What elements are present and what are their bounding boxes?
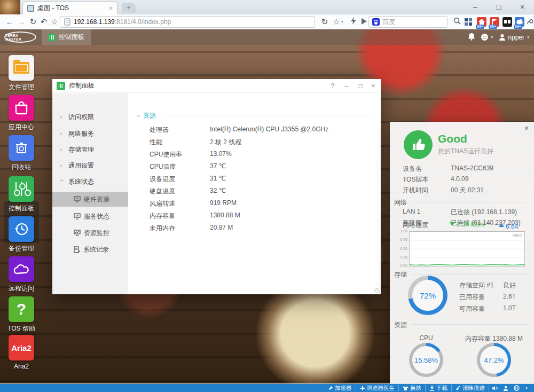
- new-tab-button[interactable]: +: [122, 3, 136, 13]
- y-tick: 0.75: [393, 238, 407, 241]
- window-minimize-button[interactable]: –: [464, 0, 487, 14]
- cp-minimize-button[interactable]: –: [340, 79, 353, 93]
- sync-icon[interactable]: ↻: [319, 16, 330, 28]
- desktop-icon-aria2[interactable]: Aria2 Aria2: [0, 335, 43, 370]
- plus-cross-icon: [360, 386, 365, 391]
- hw-row-disk-temp: 硬盘温度32 ℃: [150, 187, 373, 195]
- chevron-down-icon: ›: [136, 115, 142, 117]
- system-status-panel: × Good 您的TNAS运行良好 设备名TNAS-2CC639 TOS版本4.…: [390, 122, 534, 383]
- taskbar-more-caret-icon[interactable]: ▼: [522, 387, 531, 390]
- y-tick: 0.00: [393, 264, 407, 268]
- desktop-icon-recycle-bin[interactable]: 回收站: [0, 135, 43, 172]
- wrench-menu-icon[interactable]: [525, 16, 533, 28]
- storage-section-title: 存储: [394, 270, 407, 279]
- desktop-icon-remote-access[interactable]: 远程访问: [0, 256, 43, 293]
- taskbar-mute-button[interactable]: [489, 386, 500, 391]
- task-tab-label: 控制面板: [59, 33, 84, 42]
- task-tab-control-panel[interactable]: 控制面板: [42, 29, 91, 45]
- search-placeholder: 百度: [382, 18, 395, 27]
- hw-row-cpu-temp: CPU温度37 ℃: [150, 162, 373, 171]
- network-speed-chart: MB/s: [409, 231, 525, 266]
- back-icon[interactable]: ←: [4, 16, 15, 28]
- taskbar-accelerator[interactable]: 加速器: [324, 385, 356, 391]
- desktop-icon-tos-help[interactable]: ? TOS 帮助: [0, 296, 43, 333]
- hw-row-fan-speed: 风扇转速919 RPM: [150, 199, 373, 208]
- sidebar-item-general-settings[interactable]: › 通用设置: [52, 159, 128, 173]
- system-log-icon: [74, 246, 80, 253]
- forward-icon[interactable]: →: [16, 16, 27, 28]
- section-divider: [161, 115, 373, 115]
- sidebar-subitem-service-status[interactable]: 服务状态: [52, 209, 128, 224]
- sidebar-item-access-rights[interactable]: › 访问权限: [52, 110, 128, 124]
- refresh-icon[interactable]: ↻: [28, 16, 38, 28]
- taskbar-clear-traces[interactable]: 清除痕迹: [452, 385, 489, 391]
- status-description: 您的TNAS运行良好: [438, 147, 493, 156]
- desktop-icon-app-center[interactable]: 应用中心: [0, 95, 43, 132]
- section-header-resources[interactable]: › 资源: [138, 111, 156, 120]
- memory-percent: 47.2%: [477, 343, 511, 377]
- bookmark-caret-icon[interactable]: ▼: [340, 16, 345, 28]
- taskbar-browser-doctor[interactable]: 浏览器医生: [356, 385, 399, 391]
- sidebar-item-system-status[interactable]: › 系统状态: [52, 175, 128, 189]
- aria2-icon: Aria2: [9, 335, 34, 360]
- user-menu[interactable]: ripper ▼: [499, 34, 530, 41]
- network-speed-row: 网络速度 2.36 KB/s 6.64 KB/s: [403, 221, 529, 229]
- desktop-icon-file-manager[interactable]: 文件管理: [0, 55, 43, 92]
- browser-tab[interactable]: 桌面 - TOS ×: [22, 1, 117, 14]
- extension-cloud-icon[interactable]: 99+: [515, 17, 524, 27]
- extension-badge: 99+: [489, 25, 497, 29]
- chevron-right-icon: ›: [60, 162, 64, 169]
- caret-down-icon: ▼: [490, 36, 493, 39]
- sidebar-subitem-resource-monitor[interactable]: 资源监控: [52, 225, 128, 240]
- resource-section-divider: [412, 324, 528, 325]
- y-tick: 0.25: [393, 255, 407, 259]
- notifications-bell-icon[interactable]: [468, 33, 475, 42]
- storage-row-used: 已用容量2.6T: [459, 293, 530, 301]
- control-panel-titlebar[interactable]: 控制面板 ? – □ ×: [52, 79, 381, 93]
- taskbar-skin[interactable]: 换肤: [399, 385, 426, 391]
- taskbar-boss-key-button[interactable]: [500, 386, 511, 391]
- memory-gauge: 47.2%: [477, 343, 511, 377]
- favorites-star-icon[interactable]: ☆: [49, 16, 60, 28]
- terramaster-logo[interactable]: TERRA MASTER: [4, 32, 36, 43]
- desktop-icon-control-panel[interactable]: 控制面板: [0, 176, 43, 213]
- chevron-down-icon: ›: [58, 179, 66, 184]
- status-smiley-icon[interactable]: ▼: [481, 33, 493, 41]
- tos-desktop: TERRA MASTER 控制面板 ▼ ripper ▼ 文件管理: [0, 29, 534, 383]
- cp-help-button[interactable]: ?: [326, 79, 339, 93]
- window-close-button[interactable]: ×: [511, 0, 534, 14]
- undo-icon[interactable]: ↶: [38, 16, 49, 28]
- tab-close-icon[interactable]: ×: [108, 4, 113, 12]
- browser-skin-thumbnail[interactable]: [0, 0, 20, 14]
- y-tick: 1.00: [393, 229, 407, 233]
- apps-grid-icon[interactable]: [464, 17, 473, 27]
- help-question-icon: ?: [9, 296, 34, 322]
- sidebar-item-storage-management[interactable]: › 存储管理: [52, 143, 128, 156]
- address-bar[interactable]: 192.168.1.139:8181/4.0/index.php: [60, 16, 315, 28]
- search-icon[interactable]: [452, 16, 462, 28]
- sidebar-subitem-hardware-resources[interactable]: 硬件资源: [52, 192, 128, 207]
- browser-toolbar: ← → ↻ ↶ ☆ 192.168.1.139:8181/4.0/index.p…: [0, 14, 534, 29]
- resource-monitor-icon: [74, 230, 81, 236]
- extension-panda-icon[interactable]: [502, 17, 512, 27]
- memory-gauge-label: 内存容量 1380.88 M: [458, 334, 530, 343]
- lightning-icon[interactable]: [348, 16, 359, 28]
- extension-badge: 99+: [476, 25, 484, 29]
- taskbar-proxy-button[interactable]: [511, 385, 522, 391]
- window-maximize-button[interactable]: □: [487, 0, 511, 14]
- panel-close-icon[interactable]: ×: [524, 124, 529, 132]
- sidebar-subitem-system-log[interactable]: 系统记录: [52, 242, 128, 257]
- hw-row-performance: 性能2 核 2 线程: [150, 138, 373, 146]
- extension-flag-icon[interactable]: 99+: [490, 17, 499, 27]
- sidebar-item-network-services[interactable]: › 网络服务: [52, 127, 128, 140]
- cp-maximize-button[interactable]: □: [354, 79, 367, 93]
- desktop-icon-backup-manager[interactable]: 备份管理: [0, 216, 43, 253]
- window-resize-handle[interactable]: [374, 288, 380, 293]
- broom-icon: [456, 386, 461, 391]
- play-icon[interactable]: [359, 16, 370, 28]
- extension-home-icon[interactable]: 99+: [477, 17, 486, 27]
- search-input[interactable]: 百度: [368, 16, 447, 28]
- storage-row-volume: 存储空间 #1良好: [459, 281, 530, 289]
- taskbar-downloads[interactable]: 下载: [426, 385, 452, 391]
- cp-close-button[interactable]: ×: [367, 79, 380, 93]
